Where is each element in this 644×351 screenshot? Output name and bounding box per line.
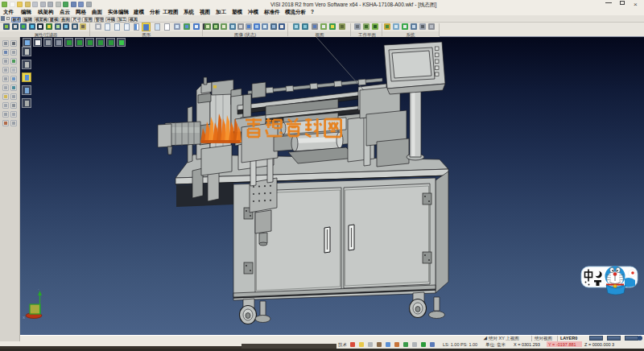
svg-text:.: . (38, 286, 39, 291)
svg-text:x: x (23, 315, 25, 320)
